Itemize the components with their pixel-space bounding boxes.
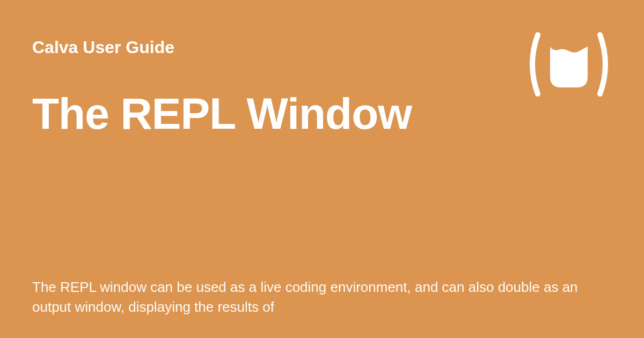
- page-title: The REPL Window: [32, 90, 612, 138]
- page-description: The REPL window can be used as a live co…: [32, 277, 612, 317]
- calva-logo-icon: [526, 30, 612, 99]
- site-name: Calva User Guide: [32, 38, 612, 57]
- page-container: Calva User Guide The REPL Window The REP…: [0, 0, 644, 338]
